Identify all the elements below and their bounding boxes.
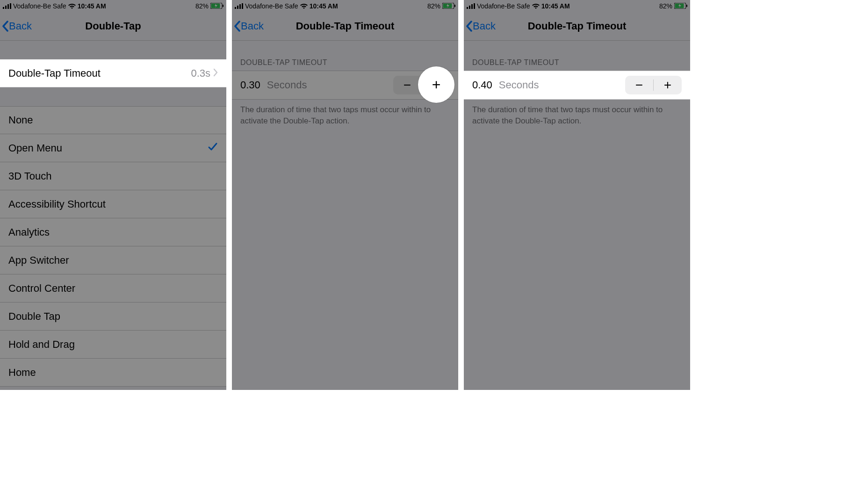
status-bar: Vodafone-Be Safe 10:45 AM 82%	[0, 0, 226, 12]
chevron-left-icon	[234, 21, 240, 32]
stepper-plus-button[interactable]: +	[654, 76, 682, 94]
cellular-signal-icon	[467, 3, 475, 9]
back-label: Back	[9, 20, 32, 32]
page-title: Double-Tap Timeout	[528, 20, 627, 32]
page-title: Double-Tap	[85, 20, 141, 32]
stepper-minus-button[interactable]: −	[625, 76, 653, 94]
action-label: Home	[8, 367, 218, 379]
back-button[interactable]: Back	[234, 20, 264, 32]
chevron-left-icon	[2, 21, 8, 32]
timeout-unit: Seconds	[267, 79, 393, 91]
clock-label: 10:45 AM	[78, 2, 106, 10]
svg-rect-17	[474, 3, 475, 9]
action-row[interactable]: Analytics	[0, 218, 226, 246]
carrier-label: Vodafone-Be Safe	[13, 2, 66, 10]
svg-rect-7	[235, 7, 236, 9]
status-bar: Vodafone-Be Safe 10:45 AM 82%	[232, 0, 458, 12]
action-row[interactable]: Home	[0, 359, 226, 387]
chevron-right-icon	[213, 67, 218, 79]
plus-icon: +	[432, 76, 441, 94]
action-row[interactable]: None	[0, 106, 226, 134]
chevron-left-icon	[466, 21, 472, 32]
clock-label: 10:45 AM	[310, 2, 338, 10]
svg-rect-3	[10, 3, 11, 9]
action-row[interactable]: App Switcher	[0, 246, 226, 274]
status-bar: Vodafone-Be Safe 10:45 AM 82%	[464, 0, 690, 12]
battery-icon	[210, 3, 223, 9]
row-value: 0.3s	[191, 67, 210, 79]
action-label: Open Menu	[8, 142, 208, 154]
svg-rect-9	[239, 4, 241, 9]
svg-rect-15	[469, 6, 470, 9]
carrier-label: Vodafone-Be Safe	[245, 2, 298, 10]
section-header: DOUBLE-TAP TIMEOUT	[464, 41, 690, 71]
battery-percent-label: 82%	[659, 2, 672, 10]
battery-percent-label: 82%	[427, 2, 440, 10]
action-label: Double Tap	[8, 310, 218, 323]
action-row[interactable]: Double Tap	[0, 302, 226, 331]
back-label: Back	[241, 20, 264, 32]
checkmark-icon	[208, 142, 218, 155]
action-label: None	[8, 114, 218, 126]
back-button[interactable]: Back	[2, 20, 32, 32]
battery-icon	[674, 3, 687, 9]
stepper-minus-button[interactable]: −	[393, 76, 421, 94]
wifi-icon	[300, 3, 308, 9]
svg-rect-8	[237, 6, 238, 9]
svg-rect-2	[7, 4, 9, 9]
wifi-icon	[68, 3, 76, 9]
nav-bar: Back Double-Tap	[0, 12, 226, 41]
clock-label: 10:45 AM	[541, 2, 570, 10]
double-tap-timeout-row[interactable]: Double-Tap Timeout 0.3s	[0, 59, 226, 87]
timeout-value: 0.30	[240, 79, 260, 91]
svg-rect-20	[686, 5, 687, 7]
action-row[interactable]: 3D Touch	[0, 162, 226, 190]
section-footer: The duration of time that two taps must …	[464, 100, 690, 131]
action-label: Accessibility Shortcut	[8, 198, 218, 210]
action-label: 3D Touch	[8, 170, 218, 182]
svg-rect-13	[454, 5, 455, 7]
wifi-icon	[532, 3, 540, 9]
action-row[interactable]: Accessibility Shortcut	[0, 190, 226, 218]
action-label: App Switcher	[8, 254, 218, 266]
section-header: DOUBLE-TAP TIMEOUT	[232, 41, 458, 71]
timeout-value: 0.40	[472, 79, 492, 91]
timeout-unit: Seconds	[499, 79, 625, 91]
battery-percent-label: 82%	[195, 2, 209, 10]
svg-rect-16	[471, 4, 473, 9]
svg-rect-6	[223, 5, 223, 7]
svg-rect-14	[467, 7, 468, 9]
cellular-signal-icon	[235, 3, 243, 9]
row-label: Double-Tap Timeout	[8, 67, 191, 79]
action-row[interactable]: Control Center	[0, 274, 226, 302]
section-footer: The duration of time that two taps must …	[232, 100, 458, 131]
action-row[interactable]: Hold and Drag	[0, 331, 226, 359]
action-label: Analytics	[8, 226, 218, 238]
carrier-label: Vodafone-Be Safe	[477, 2, 530, 10]
page-title: Double-Tap Timeout	[296, 20, 395, 32]
nav-bar: Back Double-Tap Timeout	[232, 12, 458, 41]
screen-double-tap: Vodafone-Be Safe 10:45 AM 82% Back Doubl…	[0, 0, 226, 390]
svg-rect-0	[3, 7, 4, 9]
svg-rect-1	[5, 6, 7, 9]
timeout-stepper-row: 0.40 Seconds − +	[464, 71, 690, 100]
stepper: − +	[625, 76, 682, 94]
action-label: Hold and Drag	[8, 338, 218, 351]
action-row[interactable]: Open Menu	[0, 134, 226, 162]
action-label: Control Center	[8, 282, 218, 295]
battery-icon	[442, 3, 455, 9]
action-list: NoneOpen Menu3D TouchAccessibility Short…	[0, 106, 226, 387]
back-label: Back	[473, 20, 496, 32]
nav-bar: Back Double-Tap Timeout	[464, 12, 690, 41]
cellular-signal-icon	[3, 3, 11, 9]
plus-highlight-circle: +	[418, 66, 454, 103]
back-button[interactable]: Back	[466, 20, 496, 32]
svg-rect-10	[242, 3, 243, 9]
screen-timeout-040: Vodafone-Be Safe 10:45 AM 82% Back Doubl…	[464, 0, 690, 390]
screen-timeout-030: Vodafone-Be Safe 10:45 AM 82% Back Doubl…	[232, 0, 458, 390]
